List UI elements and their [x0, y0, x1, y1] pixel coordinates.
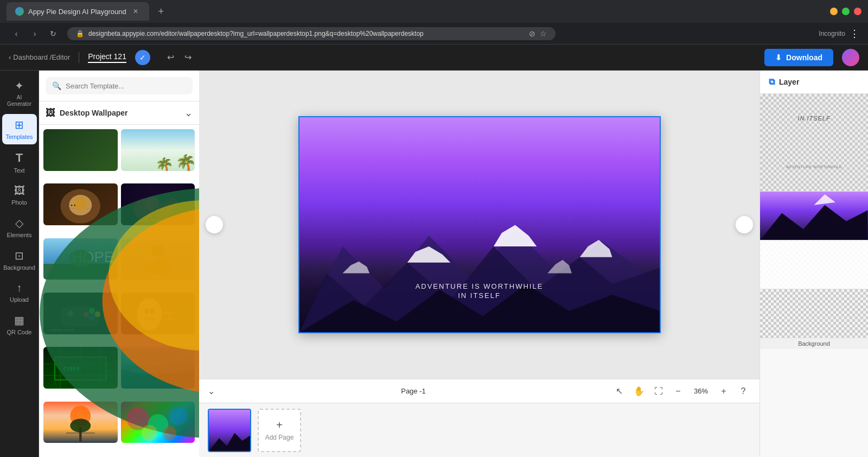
layer-2-label: ADVENTURE WORTHWHILE	[786, 165, 843, 169]
bottom-toolbar: ⌄ Page -1 ↖ ✋ ⛶ − 36% + ?	[199, 379, 760, 403]
layer-1-label: IN ITSELF	[797, 115, 830, 122]
layer-item-background[interactable]	[760, 289, 868, 338]
zoom-out-button[interactable]: −	[671, 384, 686, 399]
page-thumbnails-bar: + Add Page	[199, 403, 760, 457]
canvas-container: ‹	[199, 71, 760, 379]
canvas-area: ‹	[199, 71, 760, 457]
template-thumb-1[interactable]	[43, 129, 118, 171]
svg-marker-67	[761, 205, 868, 240]
page-thumb-1-inner	[209, 410, 250, 451]
canvas-next-button[interactable]: ›	[736, 216, 753, 233]
select-tool-button[interactable]: ↖	[612, 384, 627, 399]
canvas-frame[interactable]: ADVENTURE IS WORTHWHILE IN ITSELF	[298, 116, 661, 333]
template-grid: 🌴 🌴 • •	[39, 125, 199, 457]
main-layout: ✦ AIGenerator ⊞ Templates T Text 🖼 Photo…	[0, 71, 868, 457]
svg-point-56	[162, 426, 176, 440]
canvas-background: ADVENTURE IS WORTHWHILE IN ITSELF	[299, 117, 660, 332]
layer-item-text[interactable]: IN ITSELF	[760, 94, 868, 143]
template-thumb-12[interactable]	[121, 402, 195, 443]
hand-tool-button[interactable]: ✋	[631, 384, 647, 399]
canvas-text-overlay: ADVENTURE IS WORTHWHILE IN ITSELF	[416, 282, 544, 300]
zoom-in-button[interactable]: +	[716, 384, 731, 399]
svg-marker-61	[493, 225, 537, 246]
layer-item-watermark[interactable]: ADVENTURE WORTHWHILE	[760, 143, 868, 192]
collapse-button[interactable]: ⌄	[208, 386, 215, 396]
svg-point-55	[141, 425, 157, 441]
layer-item-mountain[interactable]	[760, 192, 868, 240]
add-page-icon: +	[276, 419, 283, 431]
layer-item-white[interactable]	[760, 240, 868, 289]
page-thumb-1[interactable]	[208, 409, 251, 452]
fullscreen-button[interactable]: ⛶	[651, 384, 666, 399]
svg-marker-68	[814, 194, 836, 205]
svg-point-54	[169, 407, 187, 425]
add-page-label: Add Page	[265, 434, 294, 441]
zoom-level: 36%	[690, 387, 712, 395]
mountains-svg	[299, 193, 660, 332]
canvas-prev-button[interactable]: ‹	[206, 216, 223, 233]
toolbar-icons: ↖ ✋ ⛶ − 36% + ?	[612, 384, 751, 399]
canvas-text-line1: ADVENTURE IS WORTHWHILE	[416, 282, 544, 290]
add-page-button[interactable]: + Add Page	[258, 409, 301, 452]
page-indicator: Page -1	[401, 387, 426, 395]
svg-marker-62	[579, 240, 612, 257]
help-button[interactable]: ?	[736, 384, 751, 399]
canvas-text-line2: IN ITSELF	[416, 291, 544, 300]
templates-panel: 🔍 🖼 Desktop Wallpaper ⌄	[39, 71, 199, 457]
